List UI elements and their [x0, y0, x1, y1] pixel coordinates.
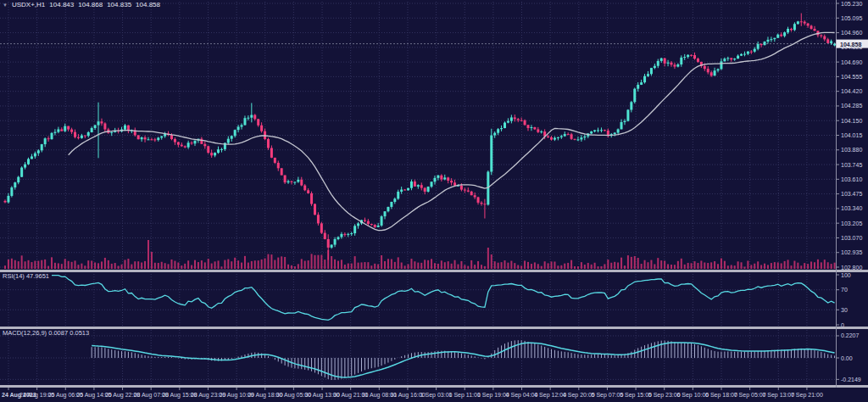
chart-canvas[interactable]: 105.230105.095104.960104.825104.690104.5…: [0, 0, 868, 402]
pane-separator-layer: [0, 270, 868, 388]
price-tick-label: 102.800: [841, 265, 862, 271]
legend-open-value: 104.843: [49, 1, 74, 8]
time-tick-label: 1 Sep 11:00: [449, 392, 481, 399]
price-tick-label: 104.420: [841, 88, 862, 94]
time-tick-label: 5 Sep 23:00: [648, 392, 681, 399]
time-tick-label: 6 Sep 18:00: [705, 392, 737, 399]
rsi-tick-label: 0: [841, 322, 844, 328]
time-tick-label: 6 Sep 10:00: [676, 392, 709, 399]
legend-low-value: 104.835: [107, 1, 131, 8]
time-tick-label: 4 Sep 20:00: [563, 392, 595, 399]
trading-chart-window: 105.230105.095104.960104.825104.690104.5…: [0, 0, 868, 402]
rsi-tick-label: 30: [841, 307, 848, 313]
price-tick-label: 104.015: [841, 132, 862, 138]
volume-layer: [4, 240, 836, 269]
price-tick-label: 103.745: [841, 162, 862, 168]
price-tick-label: 103.610: [841, 176, 862, 182]
rsi-tick-label: 100: [841, 272, 851, 278]
rsi-tick-label: 70: [841, 287, 848, 293]
time-tick-label: 1 Sep 19:00: [477, 392, 509, 399]
time-tick-label: 4 Sep 04:00: [506, 392, 538, 399]
price-tick-label: 104.690: [841, 59, 862, 65]
time-tick-label: 4 Sep 12:00: [534, 392, 566, 399]
time-tick-label: 7 Sep 21:00: [791, 392, 823, 399]
legend-close-value: 104.858: [136, 1, 160, 8]
macd-tick-label: -0.2149: [841, 377, 861, 382]
symbol-dropdown-icon[interactable]: ▼: [3, 3, 8, 8]
current-price-value: 104.858: [840, 42, 861, 47]
macd-tick-label: 0.00: [841, 355, 853, 361]
indicator-layer: [0, 44, 836, 380]
price-tick-label: 103.205: [841, 221, 862, 226]
price-tick-label: 103.070: [841, 235, 862, 241]
price-tick-label: 105.095: [841, 15, 862, 21]
time-tick-label: 7 Sep 05:00: [734, 392, 766, 399]
price-tick-label: 103.340: [841, 205, 862, 211]
price-tick-label: 104.150: [841, 118, 862, 124]
axis-layer: 105.230105.095104.960104.825104.690104.5…: [2, 0, 868, 399]
time-tick-label: 5 Sep 15:00: [620, 392, 652, 399]
price-tick-label: 102.935: [841, 249, 862, 255]
time-tick-label: 5 Sep 07:00: [592, 392, 624, 399]
price-tick-label: 103.475: [841, 191, 862, 197]
chart-legend[interactable]: ▼ USDX+,H1 104.843 104.868 104.835 104.8…: [3, 1, 160, 8]
time-tick-label: 7 Sep 13:00: [762, 392, 794, 399]
price-tick-label: 103.880: [841, 147, 862, 153]
macd-tick-label: 0.2207: [841, 332, 860, 338]
legend-symbol-timeframe: USDX+,H1: [12, 1, 45, 8]
price-tick-label: 105.230: [841, 1, 862, 7]
price-tick-label: 104.960: [841, 30, 862, 36]
price-tick-label: 104.285: [841, 103, 862, 109]
legend-high-value: 104.868: [78, 1, 103, 8]
price-tick-label: 104.555: [841, 74, 862, 80]
time-tick-label: 1 Sep 03:00: [420, 392, 453, 399]
